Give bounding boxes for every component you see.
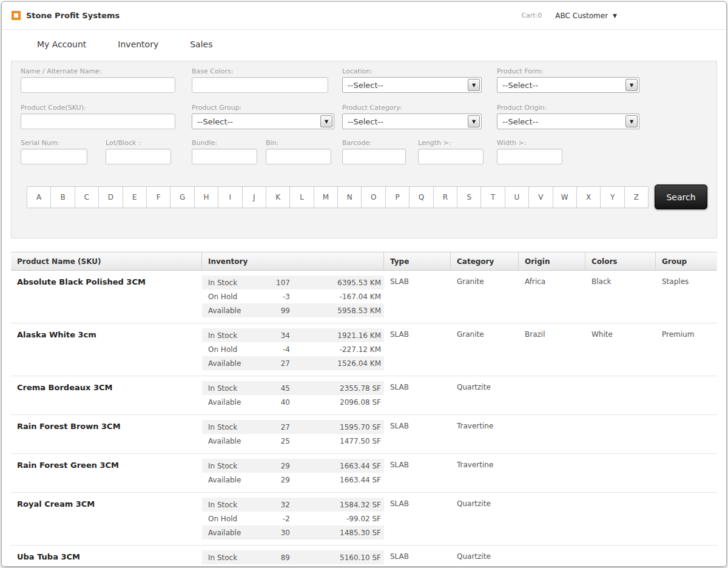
filter-label-length-gt: Length >:	[418, 139, 484, 147]
inventory-amount: -167.04 KM	[290, 292, 384, 301]
nav-item-inventory[interactable]: Inventory	[118, 39, 158, 49]
alphabet-letter-K[interactable]: K	[266, 187, 290, 208]
table-row[interactable]: Rain Forest Brown 3CMIn Stock271595.70 S…	[11, 415, 717, 454]
inventory-amount: 1595.70 SF	[290, 423, 384, 431]
filter-select-location[interactable]: --Select--▼	[342, 77, 482, 93]
alphabet-letter-N[interactable]: N	[338, 187, 362, 208]
dropdown-arrow-icon: ▼	[468, 79, 480, 91]
product-colors	[585, 498, 656, 499]
product-name[interactable]: Rain Forest Green 3CM	[11, 459, 202, 470]
alphabet-letter-E[interactable]: E	[123, 187, 147, 208]
inventory-status: On Hold	[202, 292, 263, 301]
dropdown-arrow-icon: ▼	[320, 115, 332, 127]
alphabet-letter-Q[interactable]: Q	[410, 187, 433, 208]
main-nav: My AccountInventorySales	[2, 30, 726, 59]
filter-input-width-gt[interactable]	[497, 149, 562, 164]
filter-input-product-code-sku[interactable]	[21, 113, 175, 129]
alphabet-letter-A[interactable]: A	[27, 187, 51, 208]
product-name[interactable]: Uba Tuba 3CM	[11, 550, 202, 561]
product-group: Staples	[656, 276, 717, 286]
cart-label[interactable]: Cart:0	[521, 12, 542, 19]
filter-label-product-origin: Product Origin:	[497, 104, 639, 112]
inventory-qty: 89	[263, 553, 290, 562]
product-name[interactable]: Rain Forest Brown 3CM	[11, 420, 202, 431]
filter-label-base-colors: Base Colors:	[192, 67, 328, 75]
table-row[interactable]: Uba Tuba 3CMIn Stock895160.10 SFSLABQuar…	[11, 546, 717, 567]
alphabet-letter-Z[interactable]: Z	[625, 187, 648, 208]
product-group	[656, 550, 717, 552]
product-name[interactable]: Absolute Black Polished 3CM	[11, 276, 202, 286]
filter-select-product-origin[interactable]: --Select--▼	[497, 113, 639, 129]
table-row[interactable]: Rain Forest Green 3CMIn Stock291663.44 S…	[11, 454, 717, 493]
inventory-cell: In Stock291663.44 SFAvailable291663.44 S…	[202, 459, 384, 487]
nav-item-my-account[interactable]: My Account	[37, 39, 86, 49]
alphabet-letter-D[interactable]: D	[99, 187, 123, 208]
filter-input-bundle[interactable]	[192, 149, 257, 164]
alphabet-letter-R[interactable]: R	[434, 187, 457, 208]
inventory-amount: 6395.53 KM	[290, 279, 384, 287]
table-row[interactable]: Absolute Black Polished 3CMIn Stock10763…	[11, 271, 717, 323]
alphabet-letter-O[interactable]: O	[362, 187, 385, 208]
inventory-status: In Stock	[202, 331, 263, 340]
product-origin	[519, 381, 585, 383]
inventory-status: In Stock	[202, 423, 263, 431]
filter-field-product-category: Product Category:--Select--▼	[342, 104, 482, 129]
alphabet-letter-I[interactable]: I	[218, 187, 242, 208]
inventory-qty: 99	[263, 306, 290, 315]
customer-name: ABC Customer	[555, 12, 608, 20]
filter-select-product-form[interactable]: --Select--▼	[497, 77, 639, 93]
filter-input-barcode[interactable]	[342, 149, 406, 164]
product-name[interactable]: Crema Bordeaux 3CM	[11, 381, 202, 392]
filter-label-location: Location:	[342, 67, 482, 75]
alphabet-letter-P[interactable]: P	[386, 187, 410, 208]
filter-field-base-colors: Base Colors:	[192, 67, 328, 93]
filter-label-serial-num: Serial Num:	[21, 139, 87, 147]
alphabet-letter-Y[interactable]: Y	[601, 187, 624, 208]
alphabet-letter-V[interactable]: V	[529, 187, 553, 208]
filter-label-bundle: Bundle:	[192, 139, 257, 147]
filter-input-base-colors[interactable]	[192, 77, 328, 93]
filter-input-bin[interactable]	[266, 149, 331, 164]
search-button[interactable]: Search	[655, 184, 707, 209]
filter-input-serial-num[interactable]	[21, 149, 87, 164]
filter-field-location: Location:--Select--▼	[342, 67, 482, 93]
alphabet-letter-B[interactable]: B	[51, 187, 75, 208]
alphabet-letter-X[interactable]: X	[577, 187, 601, 208]
table-row[interactable]: Alaska White 3cmIn Stock341921.16 KMOn H…	[11, 323, 717, 376]
nav-item-sales[interactable]: Sales	[190, 39, 212, 49]
inventory-line: In Stock341921.16 KM	[202, 328, 384, 342]
filter-select-product-group[interactable]: --Select--▼	[192, 113, 334, 129]
inventory-qty: 30	[263, 529, 290, 537]
alphabet-letter-U[interactable]: U	[505, 187, 529, 208]
alphabet-letter-C[interactable]: C	[75, 187, 99, 208]
inventory-status: On Hold	[202, 515, 263, 523]
customer-menu[interactable]: ABC Customer ▼	[555, 12, 617, 20]
column-header-category: Category	[451, 252, 519, 270]
alphabet-letter-W[interactable]: W	[553, 187, 577, 208]
column-header-origin: Origin	[519, 252, 585, 270]
filter-input-lot-block[interactable]	[106, 149, 171, 164]
product-name[interactable]: Royal Cream 3CM	[11, 498, 202, 509]
table-row[interactable]: Royal Cream 3CMIn Stock321584.32 SFOn Ho…	[11, 493, 717, 546]
table-body: Absolute Black Polished 3CMIn Stock10763…	[11, 271, 717, 567]
inventory-cell: In Stock341921.16 KMOn Hold-4-227.12 KMA…	[202, 328, 384, 370]
alphabet-letter-M[interactable]: M	[314, 187, 338, 208]
product-colors: Black	[585, 276, 656, 286]
filter-select-product-category[interactable]: --Select--▼	[342, 113, 482, 129]
alphabet-letter-F[interactable]: F	[147, 187, 170, 208]
table-header: Product Name (SKU)InventoryTypeCategoryO…	[11, 252, 717, 271]
alphabet-letter-G[interactable]: G	[170, 187, 194, 208]
alphabet-letter-J[interactable]: J	[243, 187, 266, 208]
product-name[interactable]: Alaska White 3cm	[11, 328, 202, 339]
alphabet-letter-H[interactable]: H	[195, 187, 218, 208]
inventory-status: In Stock	[202, 384, 263, 393]
filter-input-length-gt[interactable]	[418, 149, 484, 164]
alphabet-letter-S[interactable]: S	[457, 187, 481, 208]
filter-input-name-alternate-name[interactable]	[21, 77, 175, 93]
alphabet-letter-T[interactable]: T	[481, 187, 505, 208]
table-row[interactable]: Crema Bordeaux 3CMIn Stock452355.78 SFAv…	[11, 376, 717, 415]
alphabet-letter-L[interactable]: L	[290, 187, 314, 208]
filter-label-lot-block: Lot/Block :	[106, 139, 171, 147]
inventory-qty: -4	[263, 345, 290, 354]
inventory-line: In Stock1076395.53 KM	[202, 276, 384, 289]
